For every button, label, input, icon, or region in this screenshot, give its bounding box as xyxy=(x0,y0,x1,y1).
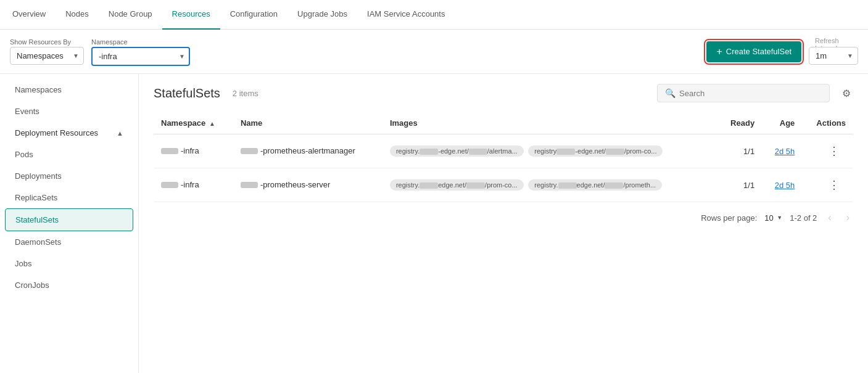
search-input[interactable] xyxy=(679,89,822,98)
items-count: 2 items xyxy=(233,89,258,98)
sidebar-item-cronjobs[interactable]: CronJobs xyxy=(0,274,138,296)
show-resources-select[interactable]: Namespaces xyxy=(10,47,84,65)
cell-namespace-1: -infra xyxy=(154,134,233,168)
sidebar-item-daemonsets[interactable]: DaemonSets xyxy=(0,231,138,253)
sidebar-item-deployments[interactable]: Deployments xyxy=(0,165,138,187)
chevron-up-icon: ▲ xyxy=(117,129,123,137)
sidebar-item-namespaces[interactable]: Namespaces xyxy=(0,79,138,100)
image-tag-2b: registry.edge.net//prometh... xyxy=(528,179,662,191)
image-tag-1b: registry-edge.net//prom-co... xyxy=(528,146,663,157)
rows-per-page-label: Rows per page: xyxy=(701,213,757,223)
col-actions: Actions xyxy=(802,112,853,134)
nav-item-iam-service-accounts[interactable]: IAM Service Accounts xyxy=(357,0,455,30)
create-statefulset-button[interactable]: + Create StatefulSet xyxy=(706,41,801,62)
create-btn-label: Create StatefulSet xyxy=(726,47,792,56)
nav-item-upgrade-jobs[interactable]: Upgrade Jobs xyxy=(287,0,357,30)
page-info: 1-2 of 2 xyxy=(790,213,817,223)
rows-per-page-select-wrap: 10 25 50 ▼ xyxy=(764,213,782,223)
row-actions-button-1[interactable]: ⋮ xyxy=(824,143,846,159)
plus-icon: + xyxy=(716,46,722,57)
sidebar-item-events[interactable]: Events xyxy=(0,100,138,122)
nav-item-nodes[interactable]: Nodes xyxy=(56,0,99,30)
image-tag-1a: registry.-edge.net//alertma... xyxy=(390,146,524,157)
nav-item-resources[interactable]: Resources xyxy=(162,0,220,30)
nav-item-overview[interactable]: Overview xyxy=(10,0,56,30)
blur-name-1 xyxy=(241,148,258,154)
top-nav: Overview Nodes Node Group Resources Conf… xyxy=(0,0,868,30)
toolbar: Show Resources By Namespaces ▼ Namespace… xyxy=(0,30,868,74)
sidebar: Namespaces Events Deployment Resources ▲… xyxy=(0,74,139,373)
col-images[interactable]: Images xyxy=(382,112,717,134)
col-name[interactable]: Name xyxy=(233,112,382,134)
cell-namespace-2: -infra xyxy=(154,168,233,202)
refresh-interval-select[interactable]: 1m 5m 30s Off xyxy=(809,47,858,65)
cell-actions-1: ⋮ xyxy=(802,134,853,168)
sidebar-item-replicasets[interactable]: ReplicaSets xyxy=(0,187,138,208)
cell-images-2: registry.edge.net//prom-co... registry.e… xyxy=(382,168,717,202)
search-box: 🔍 xyxy=(657,84,830,102)
main-layout: Namespaces Events Deployment Resources ▲… xyxy=(0,74,868,373)
content-header: StatefulSets 2 items 🔍 ⚙ xyxy=(154,84,853,102)
page-title: StatefulSets xyxy=(154,86,220,100)
blur-namespace-1 xyxy=(161,148,178,154)
pagination: Rows per page: 10 25 50 ▼ 1-2 of 2 ‹ › xyxy=(154,202,853,233)
main-content: StatefulSets 2 items 🔍 ⚙ Namespace ▲ Nam… xyxy=(139,74,868,373)
nav-item-node-group[interactable]: Node Group xyxy=(99,0,162,30)
table-row: -infra -prometheus-server registry.edge.… xyxy=(154,168,853,202)
namespace-select[interactable]: -infra xyxy=(91,47,190,66)
cell-actions-2: ⋮ xyxy=(802,168,853,202)
statefulsets-table: Namespace ▲ Name Images Ready Age Action… xyxy=(154,112,853,202)
cell-ready-1: 1/1 xyxy=(717,134,762,168)
sidebar-section-deployment-resources[interactable]: Deployment Resources ▲ xyxy=(0,122,138,144)
cell-name-1: -prometheus-alertmanager xyxy=(233,134,382,168)
settings-gear-button[interactable]: ⚙ xyxy=(840,85,853,102)
show-resources-label: Show Resources By xyxy=(10,38,84,46)
sidebar-item-statefulsets[interactable]: StatefulSets xyxy=(5,208,133,231)
col-namespace[interactable]: Namespace ▲ xyxy=(154,112,233,134)
namespace-label: Namespace xyxy=(91,38,190,46)
search-icon: 🔍 xyxy=(665,88,676,98)
next-page-button[interactable]: › xyxy=(843,210,853,226)
blur-namespace-2 xyxy=(161,182,178,188)
table-header-row: Namespace ▲ Name Images Ready Age Action… xyxy=(154,112,853,134)
sidebar-item-pods[interactable]: Pods xyxy=(0,144,138,165)
rows-per-page-select[interactable]: 10 25 50 xyxy=(764,213,782,223)
cell-name-2: -prometheus-server xyxy=(233,168,382,202)
col-ready[interactable]: Ready xyxy=(717,112,762,134)
cell-age-1[interactable]: 2d 5h xyxy=(762,134,802,168)
row-actions-button-2[interactable]: ⋮ xyxy=(824,177,846,193)
nav-item-configuration[interactable]: Configuration xyxy=(220,0,287,30)
table-row: -infra -prometheus-alertmanager registry… xyxy=(154,134,853,168)
sort-icon-namespace: ▲ xyxy=(209,120,215,127)
cell-images-1: registry.-edge.net//alertma... registry-… xyxy=(382,134,717,168)
sidebar-item-jobs[interactable]: Jobs xyxy=(0,253,138,274)
cell-age-2[interactable]: 2d 5h xyxy=(762,168,802,202)
cell-ready-2: 1/1 xyxy=(717,168,762,202)
blur-name-2 xyxy=(241,182,258,188)
image-tag-2a: registry.edge.net//prom-co... xyxy=(390,179,524,191)
col-age[interactable]: Age xyxy=(762,112,802,134)
prev-page-button[interactable]: ‹ xyxy=(824,210,835,226)
